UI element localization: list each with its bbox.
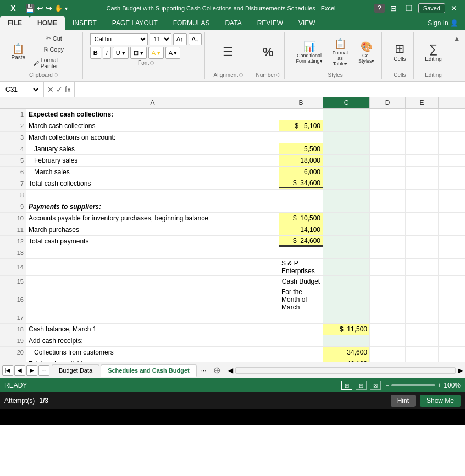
cell-4a[interactable]: January sales — [26, 143, 279, 154]
cell-5d[interactable] — [370, 155, 406, 166]
cell-10c[interactable] — [323, 213, 370, 224]
cell-2b[interactable]: $ 5,100 — [279, 120, 323, 131]
cell-6a[interactable]: March sales — [26, 167, 279, 178]
cell-8e[interactable] — [406, 190, 439, 201]
cell-6c[interactable] — [323, 167, 370, 178]
confirm-formula-icon[interactable]: ✓ — [56, 85, 63, 94]
cell-5a[interactable]: February sales — [26, 155, 279, 166]
tab-home[interactable]: HOME — [30, 16, 65, 30]
cell-12a[interactable]: Total cash payments — [26, 236, 279, 247]
horizontal-scrollbar[interactable] — [235, 367, 456, 374]
cell-8d[interactable] — [370, 190, 406, 201]
cell-17b[interactable] — [279, 312, 323, 323]
cell-19d[interactable] — [370, 335, 406, 346]
sheet-nav-prev[interactable]: ◀ — [14, 365, 25, 376]
tab-file[interactable]: FILE — [0, 16, 30, 30]
touch-icon[interactable]: ✋ — [54, 4, 63, 12]
percent-button[interactable]: % — [260, 43, 276, 61]
cell-12d[interactable] — [370, 236, 406, 247]
ribbon-collapse-icon[interactable]: ▲ — [453, 34, 461, 43]
cell-8a[interactable] — [26, 190, 279, 201]
format-painter-button[interactable]: 🖌Format Painter — [30, 56, 78, 71]
cell-10b[interactable]: $ 10,500 — [279, 213, 323, 224]
cell-13d[interactable] — [370, 247, 406, 258]
cells-button[interactable]: ⊞ Cells — [391, 40, 408, 64]
cell-1b[interactable] — [279, 109, 323, 120]
clipboard-expand-icon[interactable]: ⬡ — [54, 73, 58, 78]
cell-17c[interactable] — [323, 312, 370, 323]
tab-page-layout[interactable]: PAGE LAYOUT — [104, 16, 165, 30]
cell-16d[interactable] — [370, 287, 406, 312]
cell-21b[interactable] — [279, 358, 323, 362]
show-me-button[interactable]: Show Me — [420, 395, 461, 407]
cell-19c[interactable] — [323, 335, 370, 346]
cell-7b[interactable]: $ 34,600 — [279, 178, 323, 189]
cell-1d[interactable] — [370, 109, 406, 120]
paste-button[interactable]: 📋 Paste — [9, 42, 28, 62]
cell-styles-button[interactable]: 🎨 CellStyles▾ — [356, 39, 377, 65]
cancel-formula-icon[interactable]: ✕ — [47, 85, 54, 94]
cell-2d[interactable] — [370, 120, 406, 131]
col-header-d[interactable]: D — [370, 97, 406, 108]
cell-7a[interactable]: Total cash collections — [26, 178, 279, 189]
cell-8c[interactable] — [323, 190, 370, 201]
italic-button[interactable]: I — [103, 47, 111, 59]
sheet-nav-next[interactable]: ▶ — [26, 365, 37, 376]
cell-18b[interactable] — [279, 324, 323, 335]
cell-15b[interactable]: Cash Budget — [279, 276, 323, 287]
cell-21e[interactable] — [406, 358, 439, 362]
font-name-select[interactable]: Calibri — [90, 33, 148, 45]
help-button[interactable]: ? — [374, 4, 385, 13]
scroll-right-icon[interactable]: ▶ — [458, 367, 463, 374]
zoom-out-icon[interactable]: − — [385, 381, 389, 389]
cell-4d[interactable] — [370, 143, 406, 154]
cell-12e[interactable] — [406, 236, 439, 247]
cell-4b[interactable]: 5,500 — [279, 143, 323, 154]
cell-5c[interactable] — [323, 155, 370, 166]
underline-button[interactable]: U ▾ — [113, 47, 129, 59]
scroll-left-icon[interactable]: ◀ — [228, 367, 233, 374]
cell-13e[interactable] — [406, 247, 439, 258]
cell-3e[interactable] — [406, 132, 439, 143]
cell-5b[interactable]: 18,000 — [279, 155, 323, 166]
win-maximize-icon[interactable]: ❐ — [402, 4, 416, 13]
normal-view-icon[interactable]: ⊞ — [341, 381, 352, 390]
font-grow-button[interactable]: A↑ — [173, 33, 187, 45]
font-shrink-button[interactable]: A↓ — [189, 33, 202, 45]
insert-function-icon[interactable]: fx — [65, 85, 71, 94]
undo-icon[interactable]: ↩ — [37, 4, 43, 13]
cell-19a[interactable]: Add cash receipts: — [26, 335, 279, 346]
cell-14c[interactable] — [323, 259, 370, 275]
save-icon[interactable]: 💾 — [25, 4, 35, 13]
border-button[interactable]: ⊞ ▾ — [130, 47, 147, 59]
cell-15d[interactable] — [370, 276, 406, 287]
cell-11c[interactable] — [323, 224, 370, 235]
col-header-a[interactable]: A — [26, 97, 279, 108]
cell-14a[interactable] — [26, 259, 279, 275]
cell-18a[interactable]: Cash balance, March 1 — [26, 324, 279, 335]
col-header-e[interactable]: E — [406, 97, 439, 108]
cell-18c[interactable]: $ 11,500 — [323, 324, 370, 335]
cell-7d[interactable] — [370, 178, 406, 189]
cell-12c[interactable] — [323, 236, 370, 247]
cell-14d[interactable] — [370, 259, 406, 275]
cell-7e[interactable] — [406, 178, 439, 189]
cell-15c[interactable] — [323, 276, 370, 287]
redo-icon[interactable]: ↪ — [46, 4, 52, 13]
font-size-select[interactable]: 11 — [150, 33, 171, 45]
cell-18d[interactable] — [370, 324, 406, 335]
cell-5e[interactable] — [406, 155, 439, 166]
formula-input[interactable] — [75, 82, 465, 97]
sign-in[interactable]: Sign In 👤 — [421, 16, 465, 30]
cell-11b[interactable]: 14,100 — [279, 224, 323, 235]
sheet-tab-schedules[interactable]: Schedules and Cash Budget — [101, 364, 197, 377]
font-color-button[interactable]: A ▾ — [165, 47, 181, 59]
cell-3b[interactable] — [279, 132, 323, 143]
cell-20e[interactable] — [406, 347, 439, 358]
cell-13c[interactable] — [323, 247, 370, 258]
cell-6d[interactable] — [370, 167, 406, 178]
cell-10d[interactable] — [370, 213, 406, 224]
cell-4e[interactable] — [406, 143, 439, 154]
cell-3c[interactable] — [323, 132, 370, 143]
cell-19e[interactable] — [406, 335, 439, 346]
